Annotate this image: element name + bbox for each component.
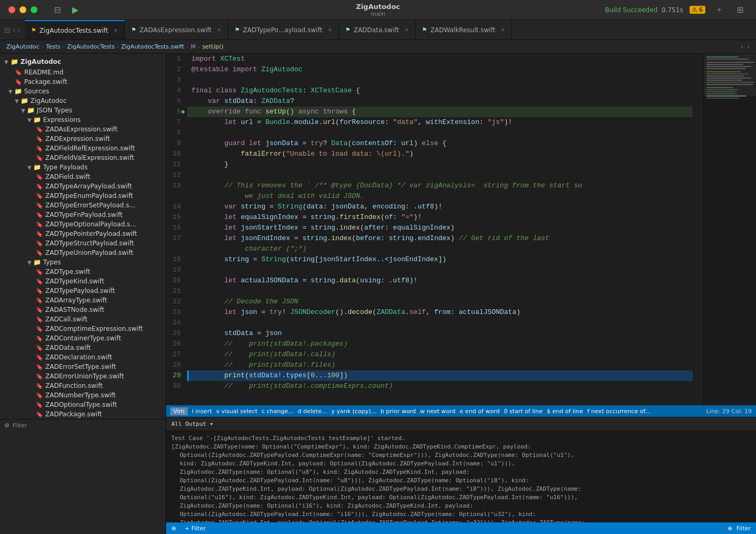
status-filter-right: ⊕ Filter <box>728 525 751 532</box>
sidebar-item-zadfunction[interactable]: 🔖 ZADFunction.swift <box>0 381 166 390</box>
close-button[interactable] <box>8 6 15 13</box>
bc-item-0[interactable]: ZigAutodoc <box>6 43 40 50</box>
code-line-23: let json = try! JSONDecoder().decode(ZAD… <box>187 307 693 318</box>
tab-close-4[interactable]: ✕ <box>501 27 505 33</box>
sidebar-item-zaderrorsettype[interactable]: 🔖 ZADErrorSetType.swift <box>0 362 166 371</box>
tab-close-3[interactable]: ✕ <box>404 27 409 33</box>
sidebar-item-zadunion[interactable]: 🔖 ZADTypeUnionPayload.swift <box>0 248 166 258</box>
sidebar-item-jsontypes[interactable]: ▼ 📁 JSON Types <box>0 106 166 115</box>
sidebar-item-zadarraytype[interactable]: 🔖 ZADArrayType.swift <box>0 295 166 305</box>
sidebar-item-zigautodoc[interactable]: ▼ 📁 ZigAutodoc <box>0 96 166 106</box>
sidebar: ▼ 📁 ZigAutodoc 🔖 README.md 🔖 Package.swi… <box>0 54 166 534</box>
sidebar-item-zadtypekind[interactable]: 🔖 ZADTypeKind.swift <box>0 276 166 286</box>
sidebar-item-zadpointer[interactable]: 🔖 ZADTypePointerPayload.swift <box>0 229 166 239</box>
minimize-button[interactable] <box>20 6 26 13</box>
nav-forward-icon[interactable]: › <box>17 26 21 34</box>
nav-back-icon[interactable]: ‹ <box>13 26 16 34</box>
sidebar-label-zadcall: ZADCall.swift <box>45 316 88 323</box>
svg-rect-19 <box>706 98 739 99</box>
sidebar-item-zadcall[interactable]: 🔖 ZADCall.swift <box>0 314 166 324</box>
tab-close-2[interactable]: ✕ <box>327 27 332 33</box>
output-line-4: kind: ZigAutodoc.ZADTypeKind.Int, payloa… <box>171 460 751 468</box>
layout-button[interactable]: ⊞ <box>733 3 748 17</box>
run-button[interactable]: ▶ <box>68 3 83 17</box>
code-line-2: @testable import ZigAutodoc <box>187 64 693 75</box>
vim-mode-label: Vim <box>170 407 188 415</box>
sidebar-item-zaderrorunion[interactable]: 🔖 ZADErrorUnionType.swift <box>0 371 166 381</box>
tab-zadasexpression[interactable]: ⚑ ZADAsExpression.swift ✕ <box>125 20 228 40</box>
filter-label-right[interactable]: Filter <box>736 525 751 532</box>
sidebar-item-zadcontainer[interactable]: 🔖 ZADContainerType.swift <box>0 333 166 343</box>
tab-close-0[interactable]: ✕ <box>113 27 118 33</box>
sidebar-item-zadfield[interactable]: 🔖 ZADField.swift <box>0 172 166 182</box>
bc-item-2[interactable]: ZigAutodocTests <box>67 43 114 50</box>
bottom-panel: All Output ▾ Test Case '-[ZigAutodocTest… <box>166 417 756 522</box>
sidebar-item-zaderrorset[interactable]: 🔖 ZADTypeErrorSetPayload.s... <box>0 201 166 210</box>
sidebar-item-zaddata[interactable]: 🔖 ZADData.swift <box>0 343 166 352</box>
filter-add-label[interactable]: + Filter <box>185 525 206 532</box>
tab-close-1[interactable]: ✕ <box>217 27 221 33</box>
sidebar-item-zadfieldval[interactable]: 🔖 ZADFieldValExpression.swift <box>0 153 166 163</box>
sidebar-item-zadexpr[interactable]: 🔖 ZADExpression.swift <box>0 134 166 144</box>
code-line-21 <box>187 286 693 297</box>
sidebar-item-zadtype[interactable]: 🔖 ZADType.swift <box>0 267 166 276</box>
bc-item-1[interactable]: Tests <box>46 43 60 50</box>
sidebar-label-zaddecl: ZADDeclaration.swift <box>45 354 112 361</box>
code-line-14: var string = String(data: jsonData, enco… <box>187 202 693 212</box>
sidebar-item-zadenum[interactable]: 🔖 ZADTypeEnumPayload.swift <box>0 191 166 201</box>
sidebar-item-package[interactable]: 🔖 Package.swift <box>0 77 166 87</box>
tab-zaddata[interactable]: ⚑ ZADData.swift ✕ <box>339 20 416 40</box>
add-editor-button[interactable]: ＋ <box>712 3 726 17</box>
sidebar-item-sources[interactable]: ▼ 📁 Sources <box>0 87 166 96</box>
filter-label: Filter <box>13 422 27 429</box>
code-editor[interactable]: 1 2 3 4 5 6 7 8 9 10 11 12 13 <box>166 54 703 405</box>
code-line-1: import XCTest <box>187 54 693 64</box>
sidebar-toggle[interactable]: ⊟ <box>50 3 65 17</box>
sidebar-label-zadcomptime: ZADComptimeExpression.swift <box>45 325 143 332</box>
sidebar-item-zadpackage[interactable]: 🔖 ZADPackage.swift <box>0 409 166 419</box>
code-line-7: let url = Bundle.module.url(forResource:… <box>187 117 693 128</box>
sidebar-item-zadstruct[interactable]: 🔖 ZADTypeStructPayload.swift <box>0 239 166 248</box>
bc-item-3[interactable]: ZigAutodocTests.swift <box>121 43 185 50</box>
titlebar-center: ZigAutodoc main <box>356 3 400 17</box>
sidebar-item-zadfn[interactable]: 🔖 ZADTypeFnPayload.swift <box>0 210 166 220</box>
code-line-16: let jsonStartIndex = string.index(after:… <box>187 223 693 233</box>
sidebar-item-zadastnode[interactable]: 🔖 ZADASTNode.swift <box>0 305 166 314</box>
filter-add-icon[interactable]: ⊕ <box>171 525 176 532</box>
code-line-11: } <box>187 159 693 170</box>
bc-nav-right[interactable]: › <box>748 43 750 50</box>
sidebar-item-typepayloads[interactable]: ▼ 📁 Type Payloads <box>0 163 166 172</box>
code-lines[interactable]: ● import XCTest @testable import ZigAuto… <box>187 54 703 405</box>
bc-item-4[interactable]: M <box>191 43 196 50</box>
sidebar-item-zaddecl[interactable]: 🔖 ZADDeclaration.swift <box>0 352 166 362</box>
sidebar-item-zadoptional[interactable]: 🔖 ZADTypeOptionalPayload.s... <box>0 220 166 229</box>
sidebar-root[interactable]: ▼ 📁 ZigAutodoc <box>0 54 166 68</box>
main-layout: ▼ 📁 ZigAutodoc 🔖 README.md 🔖 Package.swi… <box>0 54 756 534</box>
nav-collapse-icon[interactable]: ⊟ <box>4 26 11 34</box>
fullscreen-button[interactable] <box>31 6 37 13</box>
bc-sep-2: › <box>117 43 119 50</box>
tab-zadwalkresult[interactable]: ⚑ ZADWalkResult.swift ✕ <box>415 20 512 40</box>
sidebar-item-zadarray[interactable]: 🔖 ZADTypeArrayPayload.swift <box>0 182 166 191</box>
sidebar-label-zadarray: ZADTypeArrayPayload.swift <box>45 183 132 190</box>
vim-sol: 0 start of line <box>504 408 543 415</box>
sidebar-label-zadfunction: ZADFunction.swift <box>45 382 103 389</box>
sidebar-label-zigautodoc: ZigAutodoc <box>31 97 67 104</box>
code-line-26: // print(stdData!.packages) <box>187 339 693 349</box>
sidebar-item-zadoptionaltype[interactable]: 🔖 ZADOptionalType.swift <box>0 400 166 409</box>
sidebar-item-types[interactable]: ▼ 📁 Types <box>0 258 166 267</box>
sidebar-item-zadfieldref[interactable]: 🔖 ZADFieldRefExpression.swift <box>0 144 166 153</box>
sidebar-item-zadasexpr[interactable]: 🔖 ZADAsExpression.swift <box>0 125 166 134</box>
output-line-1: Test Case '-[ZigAutodocTests.ZigAutodocT… <box>171 434 751 443</box>
svg-rect-20 <box>704 54 756 96</box>
sidebar-item-zadnumber[interactable]: 🔖 ZADNumberType.swift <box>0 390 166 400</box>
sidebar-item-zadtypepayload[interactable]: 🔖 ZADTypePayload.swift <box>0 286 166 295</box>
bc-item-5[interactable]: setUp() <box>202 43 224 50</box>
sidebar-item-readme[interactable]: 🔖 README.md <box>0 68 166 77</box>
tab-zigautodoctests[interactable]: ⚑ ZigAutodocTests.swift ✕ <box>25 20 125 40</box>
sidebar-item-zadcomptime[interactable]: 🔖 ZADComptimeExpression.swift <box>0 324 166 333</box>
sidebar-item-expressions[interactable]: ▼ 📁 Expressions <box>0 115 166 125</box>
editor-row: 1 2 3 4 5 6 7 8 9 10 11 12 13 <box>166 54 756 405</box>
tab-zadtypepayload[interactable]: ⚑ ZADTypePo...ayload.swift ✕ <box>228 20 339 40</box>
bc-nav-left[interactable]: ‹ <box>741 43 743 50</box>
